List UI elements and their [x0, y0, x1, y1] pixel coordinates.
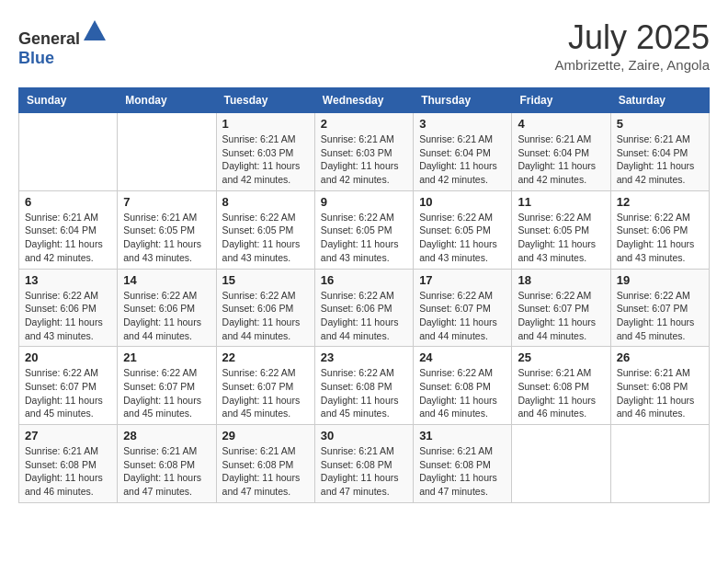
day-info: Sunrise: 6:22 AM Sunset: 6:06 PM Dayligh… — [617, 211, 703, 265]
day-info: Sunrise: 6:21 AM Sunset: 6:04 PM Dayligh… — [617, 132, 703, 187]
day-info: Sunrise: 6:21 AM Sunset: 6:04 PM Dayligh… — [25, 211, 111, 265]
day-info: Sunrise: 6:22 AM Sunset: 6:05 PM Dayligh… — [321, 211, 407, 265]
day-number: 29 — [222, 429, 309, 442]
col-friday: Friday — [512, 88, 610, 113]
table-row: 5Sunrise: 6:21 AM Sunset: 6:04 PM Daylig… — [610, 113, 709, 191]
table-row: 14Sunrise: 6:22 AM Sunset: 6:06 PM Dayli… — [118, 269, 216, 347]
table-row: 4Sunrise: 6:21 AM Sunset: 6:04 PM Daylig… — [512, 113, 610, 191]
day-number: 31 — [419, 429, 506, 442]
day-number: 23 — [321, 350, 407, 364]
table-row — [512, 425, 610, 503]
day-number: 2 — [321, 117, 407, 131]
calendar-week-row: 6Sunrise: 6:21 AM Sunset: 6:04 PM Daylig… — [19, 190, 710, 269]
day-info: Sunrise: 6:22 AM Sunset: 6:07 PM Dayligh… — [617, 289, 703, 343]
table-row: 11Sunrise: 6:22 AM Sunset: 6:05 PM Dayli… — [512, 190, 610, 269]
table-row: 17Sunrise: 6:22 AM Sunset: 6:07 PM Dayli… — [414, 269, 512, 347]
day-info: Sunrise: 6:22 AM Sunset: 6:05 PM Dayligh… — [518, 211, 604, 265]
day-info: Sunrise: 6:22 AM Sunset: 6:07 PM Dayligh… — [518, 289, 604, 343]
day-info: Sunrise: 6:22 AM Sunset: 6:07 PM Dayligh… — [222, 366, 309, 420]
page-header: General Blue July 2025 Ambrizette, Zaire… — [18, 18, 710, 73]
col-sunday: Sunday — [19, 88, 118, 113]
table-row: 25Sunrise: 6:21 AM Sunset: 6:08 PM Dayli… — [512, 347, 610, 425]
day-number: 7 — [123, 195, 210, 209]
table-row: 18Sunrise: 6:22 AM Sunset: 6:07 PM Dayli… — [512, 269, 610, 347]
day-info: Sunrise: 6:22 AM Sunset: 6:06 PM Dayligh… — [222, 289, 309, 343]
calendar-week-row: 27Sunrise: 6:21 AM Sunset: 6:08 PM Dayli… — [19, 425, 710, 503]
table-row: 15Sunrise: 6:22 AM Sunset: 6:06 PM Dayli… — [216, 269, 314, 347]
day-number: 21 — [123, 350, 210, 364]
table-row: 2Sunrise: 6:21 AM Sunset: 6:03 PM Daylig… — [314, 113, 413, 191]
table-row: 12Sunrise: 6:22 AM Sunset: 6:06 PM Dayli… — [610, 190, 709, 269]
day-info: Sunrise: 6:21 AM Sunset: 6:08 PM Dayligh… — [222, 444, 309, 499]
calendar-table: Sunday Monday Tuesday Wednesday Thursday… — [18, 87, 710, 503]
day-number: 30 — [321, 429, 407, 442]
table-row: 31Sunrise: 6:21 AM Sunset: 6:08 PM Dayli… — [414, 425, 512, 503]
day-info: Sunrise: 6:22 AM Sunset: 6:07 PM Dayligh… — [419, 289, 506, 343]
logo: General Blue — [18, 18, 108, 68]
col-wednesday: Wednesday — [314, 88, 413, 113]
month-year: July 2025 — [555, 18, 710, 57]
day-number: 25 — [518, 350, 604, 364]
day-info: Sunrise: 6:21 AM Sunset: 6:03 PM Dayligh… — [321, 132, 407, 187]
day-number: 9 — [321, 195, 407, 209]
day-number: 15 — [222, 273, 309, 287]
calendar-week-row: 20Sunrise: 6:22 AM Sunset: 6:07 PM Dayli… — [19, 347, 710, 425]
col-thursday: Thursday — [414, 88, 512, 113]
table-row: 6Sunrise: 6:21 AM Sunset: 6:04 PM Daylig… — [19, 190, 118, 269]
day-number: 20 — [25, 350, 111, 364]
day-number: 18 — [518, 273, 604, 287]
table-row: 16Sunrise: 6:22 AM Sunset: 6:06 PM Dayli… — [314, 269, 413, 347]
day-number: 26 — [617, 350, 703, 364]
day-number: 17 — [419, 273, 506, 287]
day-info: Sunrise: 6:22 AM Sunset: 6:05 PM Dayligh… — [419, 211, 506, 265]
day-number: 28 — [123, 429, 210, 442]
day-number: 19 — [617, 273, 703, 287]
logo-blue: Blue — [18, 49, 54, 67]
day-number: 3 — [419, 117, 506, 131]
table-row: 10Sunrise: 6:22 AM Sunset: 6:05 PM Dayli… — [414, 190, 512, 269]
logo-general: General — [18, 29, 80, 48]
table-row: 13Sunrise: 6:22 AM Sunset: 6:06 PM Dayli… — [19, 269, 118, 347]
day-info: Sunrise: 6:22 AM Sunset: 6:05 PM Dayligh… — [222, 211, 309, 265]
logo-icon — [82, 18, 108, 44]
day-number: 16 — [321, 273, 407, 287]
table-row: 3Sunrise: 6:21 AM Sunset: 6:04 PM Daylig… — [414, 113, 512, 191]
title-block: July 2025 Ambrizette, Zaire, Angola — [555, 18, 710, 73]
day-info: Sunrise: 6:21 AM Sunset: 6:08 PM Dayligh… — [123, 444, 210, 499]
table-row — [610, 425, 709, 503]
table-row: 28Sunrise: 6:21 AM Sunset: 6:08 PM Dayli… — [118, 425, 216, 503]
svg-marker-0 — [84, 20, 106, 40]
day-number: 6 — [25, 195, 111, 209]
table-row: 27Sunrise: 6:21 AM Sunset: 6:08 PM Dayli… — [19, 425, 118, 503]
calendar-week-row: 1Sunrise: 6:21 AM Sunset: 6:03 PM Daylig… — [19, 113, 710, 191]
day-info: Sunrise: 6:22 AM Sunset: 6:06 PM Dayligh… — [25, 289, 111, 343]
day-number: 13 — [25, 273, 111, 287]
day-info: Sunrise: 6:22 AM Sunset: 6:08 PM Dayligh… — [321, 366, 407, 420]
day-info: Sunrise: 6:22 AM Sunset: 6:06 PM Dayligh… — [321, 289, 407, 343]
col-tuesday: Tuesday — [216, 88, 314, 113]
day-number: 27 — [25, 429, 111, 442]
day-number: 5 — [617, 117, 703, 131]
table-row: 21Sunrise: 6:22 AM Sunset: 6:07 PM Dayli… — [118, 347, 216, 425]
table-row: 7Sunrise: 6:21 AM Sunset: 6:05 PM Daylig… — [118, 190, 216, 269]
table-row — [19, 113, 118, 191]
day-number: 24 — [419, 350, 506, 364]
day-info: Sunrise: 6:21 AM Sunset: 6:08 PM Dayligh… — [617, 366, 703, 420]
table-row: 1Sunrise: 6:21 AM Sunset: 6:03 PM Daylig… — [216, 113, 314, 191]
calendar-week-row: 13Sunrise: 6:22 AM Sunset: 6:06 PM Dayli… — [19, 269, 710, 347]
table-row: 9Sunrise: 6:22 AM Sunset: 6:05 PM Daylig… — [314, 190, 413, 269]
table-row: 30Sunrise: 6:21 AM Sunset: 6:08 PM Dayli… — [314, 425, 413, 503]
col-saturday: Saturday — [610, 88, 709, 113]
day-info: Sunrise: 6:21 AM Sunset: 6:05 PM Dayligh… — [123, 211, 210, 265]
table-row: 23Sunrise: 6:22 AM Sunset: 6:08 PM Dayli… — [314, 347, 413, 425]
day-info: Sunrise: 6:22 AM Sunset: 6:07 PM Dayligh… — [25, 366, 111, 420]
day-number: 12 — [617, 195, 703, 209]
table-row: 26Sunrise: 6:21 AM Sunset: 6:08 PM Dayli… — [610, 347, 709, 425]
location: Ambrizette, Zaire, Angola — [555, 57, 710, 73]
day-info: Sunrise: 6:22 AM Sunset: 6:07 PM Dayligh… — [123, 366, 210, 420]
day-info: Sunrise: 6:21 AM Sunset: 6:08 PM Dayligh… — [321, 444, 407, 499]
logo-text: General Blue — [18, 18, 108, 68]
table-row: 20Sunrise: 6:22 AM Sunset: 6:07 PM Dayli… — [19, 347, 118, 425]
calendar-header-row: Sunday Monday Tuesday Wednesday Thursday… — [19, 88, 710, 113]
day-info: Sunrise: 6:22 AM Sunset: 6:08 PM Dayligh… — [419, 366, 506, 420]
